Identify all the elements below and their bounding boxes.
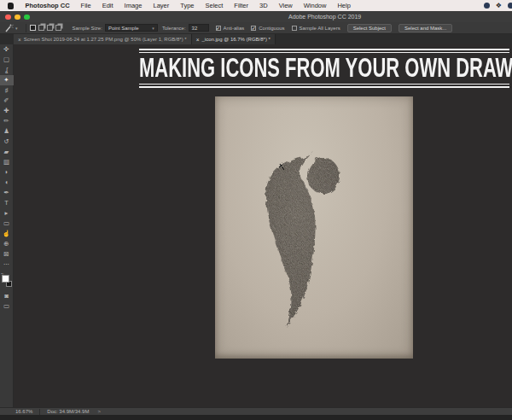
menubar-app-icon[interactable]: ❖	[496, 0, 502, 11]
menu-3d[interactable]: 3D	[254, 0, 274, 11]
menu-photoshop[interactable]: Photoshop CC	[20, 0, 75, 11]
document-canvas[interactable]: MAKING ICONS FROM YOUR OWN DRAWINGS	[14, 44, 512, 407]
headline-text: MAKING ICONS FROM YOUR OWN DRAWINGS	[139, 47, 509, 89]
healing-brush-tool[interactable]: ✚	[0, 106, 14, 116]
checkbox-checked-icon: ✓	[251, 26, 256, 31]
menu-view[interactable]: View	[273, 0, 298, 11]
tab-icon-document[interactable]: × _icon.jpg @ 16.7% (RGB/8*) *	[192, 34, 276, 44]
brush-tool[interactable]: ✏	[0, 116, 14, 126]
window-title-bar: Adobe Photoshop CC 2019	[0, 11, 512, 22]
apple-icon[interactable]	[8, 3, 14, 9]
select-and-mask-button[interactable]: Select and Mask...	[399, 24, 452, 32]
headline-banner: MAKING ICONS FROM YOUR OWN DRAWINGS	[139, 49, 509, 88]
status-options-chevron[interactable]: >	[97, 409, 101, 414]
sample-all-layers-checkbox[interactable]: Sample All Layers	[292, 26, 340, 31]
chevron-down-icon: ▾	[152, 26, 154, 31]
document-size-readout: Doc: 34.9M/34.9M	[47, 409, 89, 414]
divider	[26, 24, 26, 32]
dodge-tool[interactable]: ◖	[0, 178, 14, 188]
zoom-level-field[interactable]: 16.67%	[15, 409, 32, 414]
menu-window[interactable]: Window	[298, 0, 332, 11]
screen-mode-button[interactable]: ▭	[0, 301, 14, 312]
move-tool[interactable]: ✜	[0, 44, 14, 55]
close-icon[interactable]: ×	[18, 37, 21, 43]
menu-edit[interactable]: Edit	[96, 0, 119, 11]
gradient-tool[interactable]: ▥	[0, 157, 14, 167]
tab-screenshot-document[interactable]: × Screen Shot 2019-06-24 at 1.27.25 PM.p…	[14, 34, 192, 44]
add-to-selection-icon[interactable]	[38, 25, 44, 31]
menu-layer[interactable]: Layer	[148, 0, 175, 11]
subtract-from-selection-icon[interactable]	[47, 25, 53, 31]
status-dot-icon[interactable]	[484, 3, 490, 9]
foreground-color-swatch[interactable]	[2, 275, 9, 283]
path-selection-tool[interactable]: ▸	[0, 208, 14, 219]
macos-menu-bar: Photoshop CC File Edit Image Layer Type …	[0, 0, 512, 11]
frame-tool[interactable]: ⊠	[0, 249, 14, 260]
history-brush-tool[interactable]: ↺	[0, 137, 14, 147]
sample-size-value: Point Sample	[108, 26, 139, 31]
drawing-photo[interactable]	[215, 96, 413, 359]
minimize-window-button[interactable]	[15, 15, 20, 20]
checkbox-unchecked-icon	[292, 26, 297, 31]
rectangle-tool[interactable]: ▭	[0, 219, 14, 229]
menubar-status-area: ❖	[484, 0, 512, 11]
sample-size-label: Sample Size:	[73, 26, 102, 31]
tools-panel: ✜ ▢ ʆ ✦ ♯ ✐ ✚ ✏ ♟ ↺ ▰ ▥ ◗ ◖ ✒ T ▸ ▭ ☝ ⊕ …	[0, 44, 14, 407]
close-window-button[interactable]	[5, 15, 11, 20]
sample-all-layers-label: Sample All Layers	[300, 26, 340, 31]
edit-toolbar-button[interactable]: ⋯	[0, 260, 14, 270]
new-selection-icon[interactable]	[30, 25, 36, 31]
zoom-window-button[interactable]	[24, 15, 30, 20]
clone-stamp-tool[interactable]: ♟	[0, 126, 14, 137]
menu-filter[interactable]: Filter	[229, 0, 254, 11]
status-dot-icon[interactable]	[508, 3, 512, 9]
anti-alias-label: Anti-alias	[224, 26, 245, 31]
lasso-tool[interactable]: ʆ	[0, 65, 14, 75]
tool-options-bar: ▾ Sample Size: Point Sample ▾ Tolerance:…	[0, 22, 512, 34]
hand-tool[interactable]: ☝	[0, 229, 14, 239]
tolerance-value: 32	[192, 26, 198, 31]
rectangular-marquee-tool[interactable]: ▢	[0, 55, 14, 65]
crop-tool[interactable]: ♯	[0, 85, 14, 96]
tab-title: Screen Shot 2019-06-24 at 1.27.25 PM.png…	[24, 37, 187, 42]
tolerance-label: Tolerance:	[162, 26, 186, 31]
color-swatches: ▪▫	[0, 272, 14, 291]
contiguous-label: Contiguous	[259, 26, 284, 31]
sample-size-select[interactable]: Point Sample ▾	[105, 24, 158, 32]
active-tool-preset[interactable]: ▾	[3, 23, 18, 33]
menu-file[interactable]: File	[75, 0, 96, 11]
menu-type[interactable]: Type	[175, 0, 200, 11]
intersect-selection-icon[interactable]	[55, 25, 61, 31]
pencil-drawing	[215, 96, 413, 359]
zoom-tool[interactable]: ⊕	[0, 239, 14, 249]
menu-help[interactable]: Help	[332, 0, 356, 11]
close-icon[interactable]: ×	[196, 37, 200, 43]
photoshop-window: Photoshop CC File Edit Image Layer Type …	[0, 0, 512, 420]
window-title: Adobe Photoshop CC 2019	[288, 11, 361, 22]
tab-title: _icon.jpg @ 16.7% (RGB/8*) *	[201, 37, 270, 42]
selection-mode-group	[30, 25, 61, 31]
status-bar: 16.67% Doc: 34.9M/34.9M >	[0, 407, 512, 415]
divider	[39, 409, 40, 415]
pen-tool[interactable]: ✒	[0, 188, 14, 198]
chevron-down-icon: ▾	[15, 26, 18, 31]
anti-alias-checkbox[interactable]: ✓ Anti-alias	[216, 26, 245, 31]
select-subject-button[interactable]: Select Subject	[347, 24, 392, 32]
magic-wand-tool[interactable]: ✦	[0, 75, 14, 85]
type-tool[interactable]: T	[0, 198, 14, 208]
eraser-tool[interactable]: ▰	[0, 147, 14, 157]
menu-image[interactable]: Image	[119, 0, 148, 11]
magic-wand-icon	[3, 23, 14, 33]
tolerance-input[interactable]: 32	[189, 24, 209, 32]
window-bottom-edge	[0, 415, 512, 420]
menu-select[interactable]: Select	[200, 0, 229, 11]
blur-tool[interactable]: ◗	[0, 167, 14, 178]
contiguous-checkbox[interactable]: ✓ Contiguous	[251, 26, 284, 31]
checkbox-checked-icon: ✓	[216, 26, 221, 31]
document-tab-bar: × Screen Shot 2019-06-24 at 1.27.25 PM.p…	[0, 34, 512, 44]
eyedropper-tool[interactable]: ✐	[0, 96, 14, 106]
quick-mask-button[interactable]: ◙	[0, 291, 14, 301]
